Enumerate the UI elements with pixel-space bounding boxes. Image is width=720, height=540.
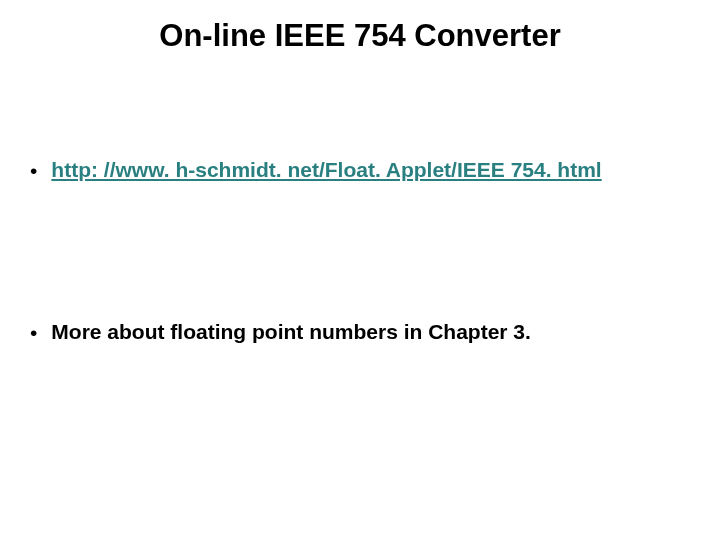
- list-item: • More about floating point numbers in C…: [30, 320, 531, 345]
- slide-title: On-line IEEE 754 Converter: [0, 18, 720, 54]
- bullet-dot-icon: •: [30, 320, 37, 345]
- bullet-dot-icon: •: [30, 158, 37, 183]
- bullet-list-2: • More about floating point numbers in C…: [30, 320, 531, 345]
- note-text: More about floating point numbers in Cha…: [51, 320, 531, 344]
- list-item: • http: //www. h-schmidt. net/Float. App…: [30, 158, 602, 183]
- converter-link[interactable]: http: //www. h-schmidt. net/Float. Apple…: [51, 158, 601, 182]
- bullet-list-1: • http: //www. h-schmidt. net/Float. App…: [30, 158, 602, 183]
